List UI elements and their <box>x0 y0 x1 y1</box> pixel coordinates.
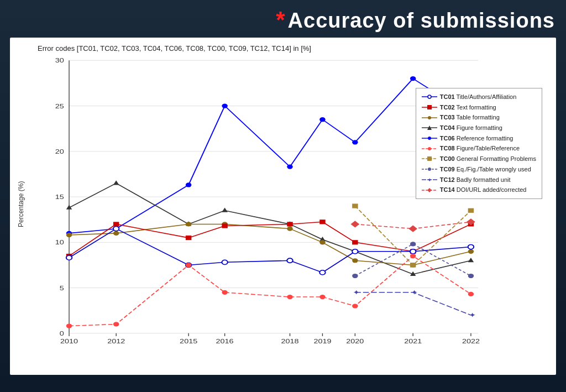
svg-point-75 <box>352 249 358 254</box>
svg-point-78 <box>66 323 72 328</box>
svg-point-36 <box>222 103 227 108</box>
svg-text:2019: 2019 <box>313 338 331 345</box>
svg-rect-91 <box>410 263 416 267</box>
svg-point-114 <box>428 168 431 171</box>
svg-text:✦: ✦ <box>427 177 432 182</box>
svg-rect-64 <box>287 222 292 226</box>
svg-point-74 <box>319 270 325 275</box>
svg-point-40 <box>410 76 416 81</box>
svg-point-100 <box>428 95 431 98</box>
svg-text:2022: 2022 <box>462 338 480 345</box>
svg-point-38 <box>319 117 325 122</box>
svg-rect-61 <box>113 222 119 226</box>
svg-point-56 <box>319 240 325 244</box>
svg-point-37 <box>287 164 292 169</box>
legend-item-tc01: TC01 Title/Authors/Affiliation <box>422 92 536 102</box>
svg-point-80 <box>186 263 191 267</box>
svg-point-52 <box>113 231 119 236</box>
svg-marker-89 <box>467 218 475 225</box>
asterisk-icon: * <box>276 7 285 33</box>
svg-marker-50 <box>468 258 474 262</box>
svg-point-55 <box>287 227 292 231</box>
svg-marker-118 <box>427 188 432 192</box>
svg-point-70 <box>113 227 119 231</box>
svg-point-93 <box>352 274 358 278</box>
svg-point-85 <box>410 254 416 258</box>
svg-rect-66 <box>352 240 358 244</box>
legend-item-tc12: ✦ TC12 Badly formatted unit <box>422 175 536 185</box>
svg-point-53 <box>186 222 191 226</box>
svg-text:✦: ✦ <box>469 311 476 319</box>
chart-title: Error codes [TC01, TC02, TC03, TC04, TC0… <box>38 44 551 53</box>
chart-area: Percentage (%) .axis-text { font-family:… <box>15 55 551 356</box>
svg-text:20: 20 <box>55 148 64 155</box>
svg-text:0: 0 <box>60 330 64 337</box>
chart-container: Error codes [TC01, TC02, TC03, TC04, TC0… <box>10 38 556 375</box>
svg-rect-92 <box>468 208 474 213</box>
legend-item-tc00: TC00 General Formatting Problems <box>422 154 536 164</box>
svg-point-57 <box>352 258 358 263</box>
svg-point-108 <box>428 137 431 140</box>
svg-text:2016: 2016 <box>216 338 234 345</box>
svg-rect-63 <box>222 223 227 228</box>
svg-text:25: 25 <box>55 102 64 109</box>
svg-rect-102 <box>427 105 432 109</box>
svg-text:2010: 2010 <box>60 338 78 345</box>
svg-point-39 <box>352 140 358 144</box>
svg-point-72 <box>222 260 227 264</box>
svg-text:2012: 2012 <box>107 338 125 345</box>
svg-text:2018: 2018 <box>281 338 298 345</box>
legend-item-tc02: TC02 Text formatting <box>422 102 536 113</box>
svg-point-110 <box>428 147 431 150</box>
svg-point-35 <box>186 182 191 187</box>
legend-item-tc09: TC09 Eq./Fig./Table wrongly used <box>422 164 536 175</box>
svg-point-94 <box>410 242 416 246</box>
svg-point-81 <box>222 290 227 295</box>
svg-point-76 <box>410 249 416 254</box>
svg-rect-62 <box>186 236 191 240</box>
svg-text:5: 5 <box>60 284 64 291</box>
svg-text:✦: ✦ <box>353 289 360 296</box>
svg-point-51 <box>66 233 72 237</box>
chart-legend: TC01 Title/Authors/Affiliation TC02 Text… <box>416 88 542 199</box>
svg-point-84 <box>352 304 358 308</box>
y-axis-label: Percentage (%) <box>15 58 27 351</box>
svg-point-104 <box>428 116 431 119</box>
svg-marker-45 <box>222 208 227 212</box>
svg-text:15: 15 <box>55 194 64 201</box>
legend-item-tc14: TC14 DOI/URL added/corrected <box>422 185 536 195</box>
page-title: *Accuracy of submissions <box>11 7 555 33</box>
legend-item-tc06: TC06 Reference formatting <box>422 133 536 144</box>
svg-point-83 <box>319 295 325 299</box>
svg-point-59 <box>468 249 474 254</box>
svg-marker-88 <box>408 225 417 232</box>
svg-rect-112 <box>427 156 432 161</box>
svg-text:2021: 2021 <box>404 338 422 345</box>
svg-point-82 <box>287 295 292 299</box>
svg-rect-90 <box>352 203 358 208</box>
page-header: *Accuracy of submissions <box>0 0 566 38</box>
svg-point-79 <box>113 322 119 326</box>
svg-point-86 <box>468 292 474 296</box>
svg-rect-65 <box>319 219 325 224</box>
svg-marker-43 <box>113 180 119 185</box>
svg-point-69 <box>66 255 72 260</box>
svg-point-73 <box>287 258 292 263</box>
svg-text:✦: ✦ <box>411 289 418 296</box>
svg-point-95 <box>468 274 474 278</box>
plot-area: .axis-text { font-family: Arial, sans-se… <box>29 55 551 356</box>
svg-text:2015: 2015 <box>180 338 197 345</box>
svg-text:10: 10 <box>55 239 64 246</box>
svg-point-77 <box>468 244 474 249</box>
legend-item-tc04: TC04 Figure formatting <box>422 123 536 133</box>
legend-item-tc03: TC03 Table formatting <box>422 112 536 123</box>
svg-text:2020: 2020 <box>346 338 364 345</box>
svg-marker-87 <box>351 221 360 227</box>
legend-item-tc08: TC08 Figure/Table/Reference <box>422 143 536 154</box>
svg-text:30: 30 <box>55 57 64 64</box>
